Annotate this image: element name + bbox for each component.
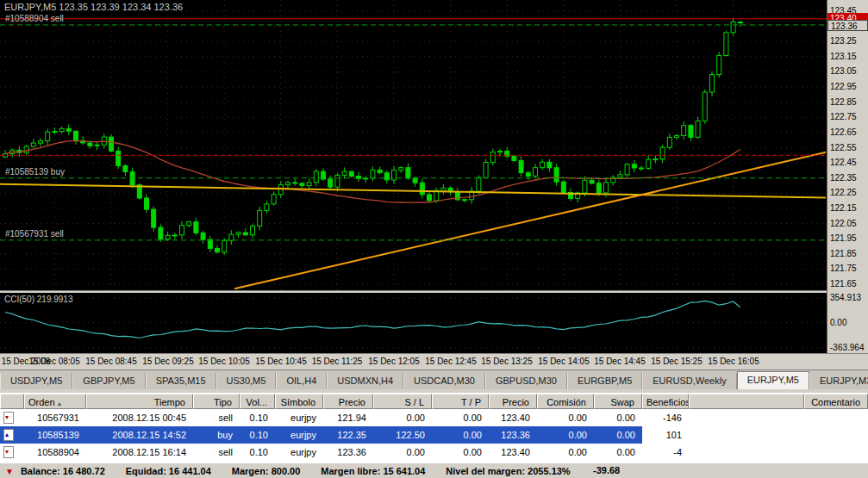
cci-scale-label: 354.913 bbox=[830, 293, 861, 302]
price-scale[interactable]: 123.45123.35123.25123.15123.05122.95122.… bbox=[827, 0, 868, 353]
orders-table-body: ▾105679312008.12.15 00:45sell0.10eurjpy1… bbox=[0, 409, 868, 461]
column-header-precio[interactable]: Precio bbox=[489, 394, 537, 409]
cci-line-chart[interactable] bbox=[0, 293, 827, 353]
cci-indicator-pane[interactable]: CCI(50) 219.9913 bbox=[0, 293, 827, 353]
status-segment: Balance: 16 480.72 bbox=[21, 466, 105, 476]
order-swap: 0.00 bbox=[594, 444, 642, 461]
bid-price-box: 123.36 bbox=[827, 20, 868, 31]
cci-scale-label: 0.00 bbox=[830, 318, 846, 327]
price-scale-label: 122.05 bbox=[830, 219, 857, 228]
order-volume: 0.10 bbox=[240, 444, 275, 461]
price-scale-label: 122.45 bbox=[830, 158, 857, 167]
chart-tab-usdmxn-h4[interactable]: USDMXN,H4 bbox=[327, 373, 403, 389]
chart-tab-gbpjpy-m5[interactable]: GBPJPY,M5 bbox=[72, 373, 145, 389]
order-current-price: 123.36 bbox=[489, 426, 537, 444]
order-commission: 0.00 bbox=[537, 409, 594, 426]
order-tp: 0.00 bbox=[432, 444, 489, 461]
order-open-price: 121.94 bbox=[323, 409, 373, 426]
status-segment: Margen libre: 15 641.04 bbox=[321, 466, 425, 476]
column-header-comentario[interactable]: Comentario bbox=[804, 394, 868, 409]
orders-table-header[interactable]: Orden▲TiempoTipoVol...SímboloPrecioS / L… bbox=[0, 394, 868, 409]
time-axis-label: 15 Dec 15:25 bbox=[651, 357, 703, 366]
price-scale-label: 122.55 bbox=[830, 143, 857, 152]
price-scale-label: 123.25 bbox=[830, 36, 857, 46]
chart-tab-oil-h4[interactable]: OIL,H4 bbox=[276, 373, 327, 389]
chart-tab-usdcad-m30[interactable]: USDCAD,M30 bbox=[403, 373, 485, 389]
row-filler bbox=[689, 409, 804, 426]
order-symbol: eurjpy bbox=[275, 426, 323, 444]
column-header-s-mbolo[interactable]: Símbolo bbox=[275, 394, 323, 409]
row-filler bbox=[689, 426, 804, 444]
buy-order-doc-icon: ▴ bbox=[3, 429, 14, 441]
column-header-comisi-n[interactable]: Comisión bbox=[537, 394, 594, 409]
time-axis-label: 15 Dec 09:25 bbox=[142, 357, 194, 366]
chart-tab-usdjpy-m5[interactable]: USDJPY,M5 bbox=[0, 373, 72, 389]
order-current-price: 123.40 bbox=[489, 409, 537, 426]
account-summary: Balance: 16 480.72Equidad: 16 441.04Marg… bbox=[21, 466, 591, 476]
column-header-orden[interactable]: Orden▲ bbox=[24, 394, 86, 409]
order-icon: ▾ bbox=[0, 409, 24, 426]
column-header-t-p[interactable]: T / P bbox=[432, 394, 489, 409]
order-swap: 0.00 bbox=[594, 426, 642, 444]
order-current-price: 123.40 bbox=[489, 444, 537, 461]
order-sl: 122.50 bbox=[373, 426, 432, 444]
chart-tab-bar: USDJPY,M5GBPJPY,M5SPA35,M15US30,M5OIL,H4… bbox=[0, 369, 868, 389]
time-axis-label: 15 Dec 10:45 bbox=[255, 357, 307, 366]
column-header-beneficios[interactable]: Beneficios bbox=[642, 394, 689, 409]
order-sl: 0.00 bbox=[373, 409, 432, 426]
column-header-precio[interactable]: Precio bbox=[323, 394, 373, 409]
column-header-blank[interactable] bbox=[0, 394, 24, 409]
time-axis[interactable]: 15 Dec 200815 Dec 08:0515 Dec 08:4515 De… bbox=[0, 353, 868, 370]
order-sl: 0.00 bbox=[373, 444, 432, 461]
candlestick-chart[interactable]: #10588904 sell#10585139 buy#10567931 sel… bbox=[0, 0, 827, 290]
price-scale-label: 123.05 bbox=[830, 66, 857, 76]
order-symbol: eurjpy bbox=[275, 409, 323, 426]
order-id: 10567931 bbox=[24, 409, 86, 426]
order-comment bbox=[804, 409, 868, 426]
order-time: 2008.12.15 00:45 bbox=[86, 409, 193, 426]
order-row-10567931[interactable]: ▾105679312008.12.15 00:45sell0.10eurjpy1… bbox=[0, 409, 868, 426]
chart-tab-eurusd-weekly[interactable]: EURUSD,Weekly bbox=[642, 373, 736, 389]
time-axis-label: 15 Dec 12:45 bbox=[425, 357, 477, 366]
time-axis-label: 15 Dec 11:25 bbox=[312, 357, 363, 366]
time-axis-label: 15 Dec 16:05 bbox=[708, 357, 759, 366]
order-row-10588904[interactable]: ▾105889042008.12.15 16:14sell0.10eurjpy1… bbox=[0, 444, 868, 461]
time-axis-label: 15 Dec 13:25 bbox=[481, 357, 533, 366]
order-time: 2008.12.15 14:52 bbox=[86, 426, 193, 444]
order-profit: -4 bbox=[642, 444, 689, 461]
column-header-tipo[interactable]: Tipo bbox=[193, 394, 240, 409]
order-open-price: 123.36 bbox=[323, 444, 373, 461]
column-header-blank[interactable] bbox=[689, 394, 804, 409]
column-header-tiempo[interactable]: Tiempo bbox=[86, 394, 193, 409]
price-scale-label: 121.75 bbox=[830, 264, 857, 273]
time-axis-label: 15 Dec 14:05 bbox=[538, 357, 590, 366]
sell-order-doc-icon: ▾ bbox=[3, 446, 14, 458]
mt4-terminal-window: EURJPY,M5 123.35 123.39 123.34 123.36 #1… bbox=[0, 0, 868, 478]
chart-tab-eurjpy-m5[interactable]: EURJPY,M5 bbox=[737, 371, 809, 389]
order-icon: ▴ bbox=[0, 426, 24, 444]
order-comment bbox=[804, 426, 868, 444]
cci-indicator-label: CCI(50) 219.9913 bbox=[4, 295, 73, 304]
order-row-10585139[interactable]: ▴105851392008.12.15 14:52buy0.10eurjpy12… bbox=[0, 426, 868, 444]
price-scale-label: 122.25 bbox=[830, 188, 857, 197]
column-header-vol-[interactable]: Vol... bbox=[240, 394, 275, 409]
order-comment bbox=[804, 444, 868, 461]
order-commission: 0.00 bbox=[537, 426, 594, 444]
chart-tab-us30-m5[interactable]: US30,M5 bbox=[216, 373, 277, 389]
column-header-swap[interactable]: Swap bbox=[594, 394, 642, 409]
chart-tab-spa35-m15[interactable]: SPA35,M15 bbox=[146, 373, 216, 389]
order-commission: 0.00 bbox=[537, 444, 594, 461]
order-tp: 0.00 bbox=[432, 409, 489, 426]
price-scale-label: 122.75 bbox=[830, 112, 857, 121]
row-filler bbox=[689, 444, 804, 461]
status-bar: ▼ Balance: 16 480.72Equidad: 16 441.04Ma… bbox=[0, 462, 868, 478]
chart-tab-eurjpy-m30[interactable]: EURJPY,M30 bbox=[809, 373, 868, 389]
time-axis-label: 15 Dec 12:05 bbox=[368, 357, 420, 366]
price-chart-pane[interactable]: EURJPY,M5 123.35 123.39 123.34 123.36 #1… bbox=[0, 0, 827, 290]
order-profit: -146 bbox=[642, 409, 689, 426]
chart-tab-eurgbp-m5[interactable]: EURGBP,M5 bbox=[567, 373, 642, 389]
order-type: sell bbox=[193, 444, 240, 461]
status-segment: Equidad: 16 441.04 bbox=[126, 466, 211, 476]
chart-tab-gbpusd-m30[interactable]: GBPUSD,M30 bbox=[485, 373, 567, 389]
column-header-s-l[interactable]: S / L bbox=[373, 394, 432, 409]
